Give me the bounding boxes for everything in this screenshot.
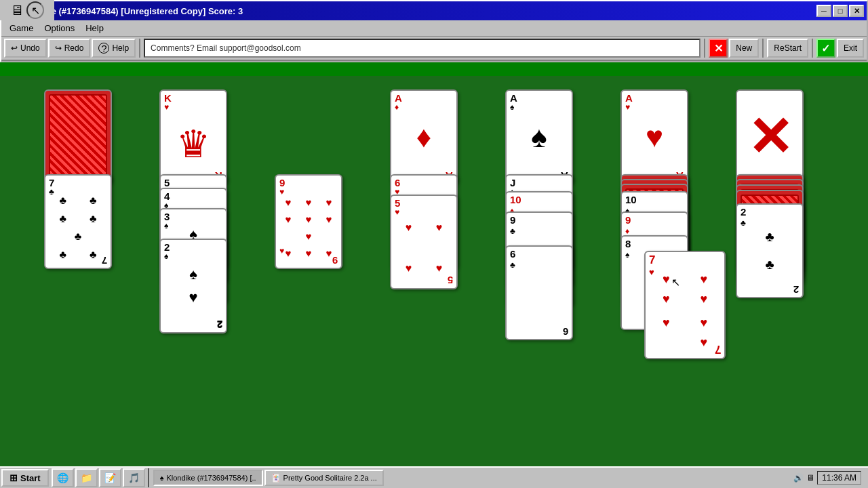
- tableau-col6-card4[interactable]: 7 ♥ ♥♥ ♥♥ ♥♥ ♥ 7: [644, 251, 726, 359]
- card-suit-small: ♥: [164, 103, 169, 111]
- ace-spade-pip: ♠: [531, 120, 547, 154]
- tableau-col5-card4[interactable]: 6 ♣ 6: [505, 245, 573, 340]
- toolbar: ↩ Undo ↪ Redo ? Help Comments? Email sup…: [1, 37, 867, 61]
- start-button[interactable]: ⊞ Start: [1, 469, 49, 487]
- undo-icon: ↩: [11, 43, 18, 53]
- taskbar: ⊞ Start 🌐 📁 📝 🎵 ♠ Klondike (#1736947584)…: [0, 466, 868, 488]
- waste-pile-top[interactable]: K ♥ ♛ K: [159, 89, 227, 184]
- quick-launch-folder[interactable]: 📁: [75, 468, 98, 487]
- menu-options[interactable]: Options: [39, 22, 80, 35]
- window-controls: ─ □ ✕: [816, 5, 864, 17]
- game-area: K ♥ ♛ K A ♦ ♦ A A ♠ ♠ A A ♥ ♥ A ✕: [0, 76, 868, 466]
- king-figure: ♛: [164, 111, 222, 176]
- ace-diamond-pip: ♦: [416, 120, 431, 154]
- hearts-9-pips: ♥♥♥ ♥♥♥ ♥ ♥♥♥: [279, 195, 338, 261]
- menu-bar: Game Options Help: [1, 20, 867, 37]
- toolbar-separator-3: [762, 39, 764, 58]
- quick-launch-media[interactable]: 🎵: [123, 468, 145, 487]
- help-icon: ?: [98, 43, 109, 54]
- clock: 11:36 AM: [817, 471, 861, 485]
- tableau-col1-card1[interactable]: 7 ♣ ♣♣ ♣♣ ♣ ♣♣ 7: [44, 174, 112, 269]
- exit-button[interactable]: Exit: [837, 39, 864, 58]
- foundation-hearts[interactable]: A ♥ ♥ A: [620, 89, 688, 184]
- cancel-icon[interactable]: ✕: [709, 39, 728, 58]
- taskbar-item-icon2: 🃏: [271, 474, 281, 483]
- quick-launch-ie[interactable]: 🌐: [52, 468, 74, 487]
- undo-button[interactable]: ↩ Undo: [4, 39, 47, 58]
- menu-game[interactable]: Game: [4, 22, 39, 35]
- top-left-controls: 🖥 ↖: [0, 0, 54, 20]
- redo-icon: ↪: [55, 43, 62, 53]
- speaker-icon[interactable]: 🔊: [793, 473, 804, 483]
- windows-icon: ⊞: [9, 472, 18, 483]
- hearts-5-pips: ♥♥ ♥♥: [394, 215, 454, 281]
- tableau-col2-card4[interactable]: 2 2 ♠ ♠♥ 2: [159, 239, 227, 333]
- hearts-7-pips: ♥♥ ♥♥ ♥♥ ♥: [648, 271, 722, 351]
- desktop-icon: 🖥: [10, 3, 24, 18]
- redo-button[interactable]: ↪ Redo: [48, 39, 91, 58]
- tableau-col3-card1[interactable]: 9 ♥ ♥♥♥ ♥♥♥ ♥ ♥♥♥ 9 ♥: [275, 174, 342, 269]
- card-rank-top-left: K: [164, 93, 172, 103]
- new-button[interactable]: New: [729, 39, 759, 58]
- cursor-icon-area: ↖: [26, 1, 44, 19]
- stock-pile[interactable]: [44, 89, 112, 184]
- taskbar-item-klondike[interactable]: ♠ Klondike (#1736947584) [..: [153, 470, 263, 486]
- quick-launch-doc[interactable]: 📝: [99, 468, 121, 487]
- clubs-2-pips: ♣♣: [765, 229, 774, 272]
- toolbar-separator-2: [704, 39, 705, 58]
- help-button[interactable]: ? Help: [92, 39, 136, 58]
- restore-button[interactable]: □: [833, 5, 848, 17]
- title-bar: ♠ Klondike (#1736947584) [Unregistered C…: [1, 1, 867, 20]
- clubs-7-pips: ♣♣ ♣♣ ♣ ♣♣: [48, 195, 108, 261]
- restart-button[interactable]: ReStart: [767, 39, 808, 58]
- minimize-button[interactable]: ─: [816, 5, 831, 17]
- foundation-diamonds[interactable]: A ♦ ♦ A: [390, 89, 458, 184]
- foundation-spades[interactable]: A ♠ ♠ A: [505, 89, 573, 184]
- toolbar-separator-1: [139, 39, 140, 58]
- close-button[interactable]: ✕: [849, 5, 864, 17]
- tableau-col4-card2[interactable]: 5 ♥ ♥♥ ♥♥ 5: [390, 195, 458, 289]
- x-marker: ✕: [747, 106, 793, 169]
- taskbar-item-icon: ♠: [160, 474, 164, 482]
- spades-2-pips: ♠♥: [189, 266, 197, 306]
- taskbar-item-prettygood[interactable]: 🃏 Pretty Good Solitaire 2.2a ...: [264, 470, 384, 486]
- comment-box: Comments? Email support@goodsol.com: [144, 39, 701, 58]
- confirm-icon[interactable]: ✓: [816, 39, 835, 58]
- menu-help[interactable]: Help: [80, 22, 109, 35]
- toolbar-separator-4: [812, 39, 813, 58]
- foundation-clubs[interactable]: ✕: [736, 89, 804, 184]
- network-icon[interactable]: 🖥: [806, 473, 814, 483]
- taskbar-right: 🔊 🖥 11:36 AM: [788, 471, 867, 485]
- taskbar-items: ♠ Klondike (#1736947584) [.. 🃏 Pretty Go…: [153, 470, 789, 486]
- tableau-col7-card1[interactable]: 2 ♣ ♣♣ 2: [736, 203, 804, 298]
- ace-heart-pip: ♥: [646, 120, 663, 154]
